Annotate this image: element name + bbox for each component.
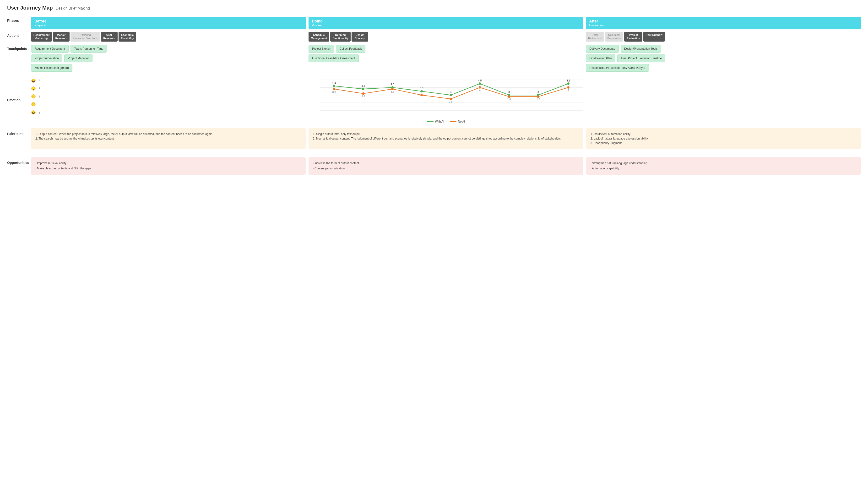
phase-before-sub: Prepared [34,24,303,27]
val-noai-6: 2.8 [507,98,511,101]
painpoint-card-1: 1. Single output form: only text output;… [309,128,583,150]
val-noai-4: 2.5 [449,100,452,103]
emotion-content: 😄 🙂 😐 😟 😖 5 4 3 2 1 [31,75,861,123]
touchpoints-after: Delivery DocumentsDesign/Presentation To… [586,45,861,72]
val-ai-8: 4.5 [567,79,570,82]
touchpoint-row: Project InformationProject Manager [31,55,306,62]
action-tag: Economic Feasibility [119,32,136,42]
legend-with-ai-line [427,121,434,122]
dot-noai-3 [420,94,423,96]
touchpoint-tag: Delivery Documents [586,45,619,52]
val-ai-1: 3.8 [361,84,365,87]
legend-with-ai: With AI [427,120,444,123]
dot-noai-8 [567,86,570,89]
painpoint-row: PainPoint 1. Output content: When the pr… [7,128,861,153]
val-ai-4: 3 [450,91,451,93]
touchpoint-tag: Project Sketch [309,45,334,52]
actions-doing: Schedule ManagementDefining functionalit… [309,32,584,42]
legend-no-ai-label: No AI [458,120,465,123]
touchpoint-tag: Project Information [31,55,62,62]
opportunities-row: Opportunities · Improve retrieval abilit… [7,157,861,175]
opportunity-card-1: · Increase the form of output content · … [309,157,583,175]
emotion-label: Emotion [7,96,31,102]
val-noai-7: 2.8 [536,98,540,101]
action-tag: Detail Refinement [586,32,604,42]
touchpoint-row: Project SketchCollect Feedback [309,45,584,52]
touchpoint-tag: Responsible Persons of Party A and Party… [586,64,649,72]
dot-noai-0 [333,88,335,90]
action-tag: Project Evaluation [624,32,642,42]
y-label-3: 3 [39,95,40,98]
face-5: 😄 [31,78,36,83]
touchpoint-tag: Project Manager [64,55,92,62]
legend-no-ai-line [450,121,456,122]
touchpoint-tag: Final Project Execution Timeline [617,55,665,62]
phase-after-sub: Evaluation [589,24,857,27]
dot-noai-5 [479,86,481,89]
phase-doing-name: Doing [312,19,580,24]
val-ai-7: 3 [538,91,539,93]
page-header: User Journey Map Design Brief Making [7,5,861,11]
dot-ai-8 [567,82,570,85]
actions-label: Actions [7,32,31,37]
touchpoint-tag: Final Project Plan [586,55,615,62]
y-label-5: 5 [39,78,40,81]
touchpoint-row: Delivery DocumentsDesign/Presentation To… [586,45,861,52]
page-title: User Journey Map [7,5,53,11]
touchpoints-doing: Project SketchCollect FeedbackFunctional… [309,45,584,72]
dot-ai-4 [450,94,452,96]
opportunity-card-0: · Improve retrieval ability · Make clear… [31,157,306,175]
action-tag: Document Preparation [605,32,623,42]
touchpoint-tag: Functional Feasibility Assessment [309,55,359,62]
y-label-2: 2 [39,104,40,106]
action-tag: Requirement Gathering [31,32,52,42]
dot-noai-1 [362,92,365,95]
touchpoint-row: Final Project PlanFinal Project Executio… [586,55,861,62]
actions-before: Requirement GatheringMarket ResearchExpl… [31,32,306,42]
face-4: 🙂 [31,86,36,91]
val-ai-5: 4.5 [478,79,482,82]
val-noai-5: 4 [479,89,481,92]
touchpoint-row: Requirement DocumentTeam: Personnel, Tim… [31,45,306,52]
emotion-chart: 4.2 3.8 4.0 3.5 3 4.5 3 3 4.5 3.8 3.2 3.… [42,75,861,118]
emotion-row: Emotion 😄 🙂 😐 😟 😖 5 4 3 2 1 [7,75,861,123]
action-tag: Design Concept [352,32,368,42]
dot-ai-1 [362,88,365,90]
phases-content: Before Prepared Doing Proceed After Eval… [31,17,861,29]
phase-after: After Evaluation [586,17,861,29]
touchpoints-before: Requirement DocumentTeam: Personnel, Tim… [31,45,306,72]
action-tag: Post-Support [644,32,665,42]
face-1: 😖 [31,110,36,115]
val-noai-2: 3.8 [390,90,394,93]
painpoint-card-0: 1. Output content: When the project data… [31,128,306,150]
val-ai-3: 3.5 [420,87,423,90]
phase-before: Before Prepared [31,17,306,29]
touchpoint-row: Responsible Persons of Party A and Party… [586,64,861,72]
painpoint-content: 1. Output content: When the project data… [31,128,861,150]
touchpoints-content: Requirement DocumentTeam: Personnel, Tim… [31,45,861,72]
painpoint-label: PainPoint [7,128,31,136]
actions-content: Requirement GatheringMarket ResearchExpl… [31,32,861,42]
opportunity-card-2: · Strengthen natural language understand… [586,157,861,175]
face-3: 😐 [31,94,36,99]
page-subtitle: Design Brief Making [56,6,90,11]
emotion-legend: With AI No AI [31,120,861,123]
val-noai-3: 3 [421,96,422,99]
touchpoints-label: Touchpoints [7,45,31,51]
action-tag: Defining functionality [330,32,351,42]
touchpoint-tag: Requirement Document [31,45,68,52]
touchpoint-tag: Market Researcher (Team) [31,64,73,72]
action-tag: Market Research [53,32,69,42]
val-ai-6: 3 [508,91,510,93]
touchpoint-tag: Team: Personnel, Time [71,45,107,52]
opportunities-content: · Improve retrieval ability · Make clear… [31,157,861,175]
dot-noai-7 [537,95,539,98]
dot-ai-5 [479,82,481,85]
action-tag: Exploring Innovation Directions [71,32,100,42]
action-tag: User Research [101,32,118,42]
action-tag: Schedule Management [309,32,329,42]
painpoint-card-2: 1. Insufficient automation ability 2. La… [586,128,861,150]
face-2: 😟 [31,102,36,107]
phase-before-name: Before [34,19,303,24]
y-label-4: 4 [39,87,40,90]
